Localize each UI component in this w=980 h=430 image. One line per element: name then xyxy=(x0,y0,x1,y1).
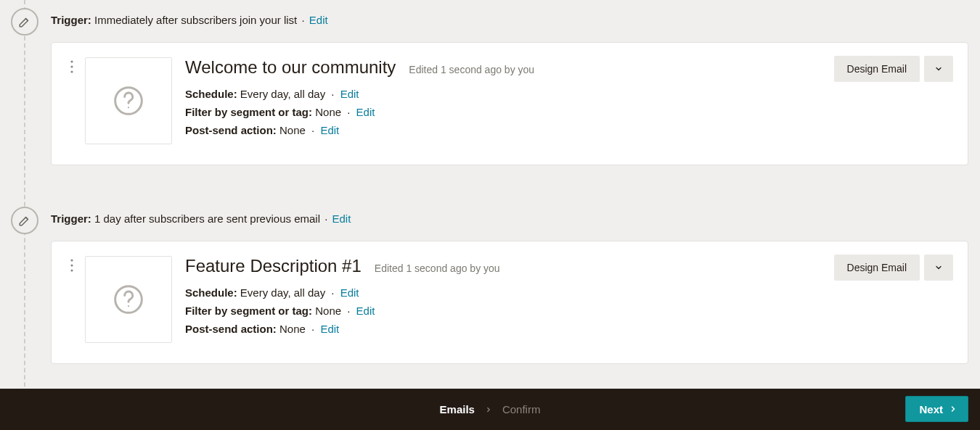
separator: · xyxy=(301,14,304,26)
breadcrumb: Emails Confirm xyxy=(440,403,541,415)
crumb-confirm[interactable]: Confirm xyxy=(502,403,541,415)
schedule-label: Schedule: xyxy=(185,286,237,299)
chevron-right-icon xyxy=(485,406,492,413)
edit-meta: Edited 1 second ago by you xyxy=(375,262,500,274)
email-card: Welcome to our community Edited 1 second… xyxy=(51,42,968,165)
trigger-line: Trigger: 1 day after subscribers are sen… xyxy=(51,209,968,225)
card-actions: Design Email xyxy=(834,56,953,82)
separator: · xyxy=(331,88,334,100)
post-send-edit-link[interactable]: Edit xyxy=(320,124,339,136)
svg-point-7 xyxy=(70,269,73,271)
svg-point-1 xyxy=(70,65,73,67)
pencil-icon xyxy=(18,214,31,227)
separator: · xyxy=(324,212,327,225)
next-button[interactable]: Next xyxy=(905,396,968,422)
email-title: Welcome to our community xyxy=(185,57,396,78)
svg-point-5 xyxy=(70,259,73,261)
filter-label: Filter by segment or tag: xyxy=(185,305,312,317)
chevron-right-icon xyxy=(949,405,957,413)
card-kebab-menu[interactable] xyxy=(63,256,81,272)
chevron-down-icon xyxy=(934,65,943,73)
next-label: Next xyxy=(919,403,943,415)
post-send-label: Post-send action: xyxy=(185,124,277,136)
svg-point-4 xyxy=(128,107,129,108)
svg-point-9 xyxy=(128,305,129,307)
post-send-label: Post-send action: xyxy=(185,323,277,335)
email-card: Feature Description #1 Edited 1 second a… xyxy=(51,241,968,364)
design-email-more-button[interactable] xyxy=(924,255,953,281)
post-send-value: None xyxy=(279,124,306,136)
design-email-button[interactable]: Design Email xyxy=(834,56,920,82)
filter-row: Filter by segment or tag: None · Edit xyxy=(185,106,950,118)
schedule-edit-link[interactable]: Edit xyxy=(340,88,359,100)
email-title: Feature Description #1 xyxy=(185,256,362,276)
automation-step: Trigger: Immediately after subscribers j… xyxy=(51,10,968,165)
trigger-edit-link[interactable]: Edit xyxy=(332,212,351,225)
question-icon xyxy=(113,85,144,117)
filter-value: None xyxy=(315,305,341,317)
email-thumbnail xyxy=(85,256,172,343)
filter-label: Filter by segment or tag: xyxy=(185,106,312,118)
filter-edit-link[interactable]: Edit xyxy=(356,106,375,118)
schedule-row: Schedule: Every day, all day · Edit xyxy=(185,286,950,299)
automation-step: Trigger: 1 day after subscribers are sen… xyxy=(51,209,968,364)
trigger-edit-link[interactable]: Edit xyxy=(309,14,328,26)
schedule-value: Every day, all day xyxy=(240,286,325,299)
edit-step-node[interactable] xyxy=(11,207,38,234)
filter-edit-link[interactable]: Edit xyxy=(356,305,375,317)
schedule-row: Schedule: Every day, all day · Edit xyxy=(185,88,950,100)
svg-point-0 xyxy=(70,60,73,62)
chevron-down-icon xyxy=(934,263,943,272)
card-kebab-menu[interactable] xyxy=(63,57,81,73)
filter-row: Filter by segment or tag: None · Edit xyxy=(185,305,950,317)
trigger-line: Trigger: Immediately after subscribers j… xyxy=(51,10,968,26)
trigger-text: 1 day after subscribers are sent previou… xyxy=(94,212,320,225)
trigger-label: Trigger: xyxy=(51,14,91,26)
dots-vertical-icon xyxy=(70,60,73,73)
trigger-label: Trigger: xyxy=(51,212,91,225)
trigger-text: Immediately after subscribers join your … xyxy=(94,14,297,26)
schedule-value: Every day, all day xyxy=(240,88,325,100)
automation-content: Trigger: Immediately after subscribers j… xyxy=(0,0,980,364)
svg-point-6 xyxy=(70,264,73,266)
post-send-row: Post-send action: None · Edit xyxy=(185,124,950,136)
crumb-emails[interactable]: Emails xyxy=(440,403,475,415)
dots-vertical-icon xyxy=(70,259,73,272)
schedule-label: Schedule: xyxy=(185,88,237,100)
separator: · xyxy=(311,124,314,136)
pencil-icon xyxy=(18,15,31,28)
separator: · xyxy=(347,106,350,118)
filter-value: None xyxy=(315,106,341,118)
footer-bar: Emails Confirm Next xyxy=(0,389,980,430)
design-email-more-button[interactable] xyxy=(924,56,953,82)
svg-point-2 xyxy=(70,70,73,73)
post-send-edit-link[interactable]: Edit xyxy=(320,323,339,335)
design-email-button[interactable]: Design Email xyxy=(834,255,920,281)
question-icon xyxy=(113,284,144,315)
card-actions: Design Email xyxy=(834,255,953,281)
separator: · xyxy=(331,286,334,299)
edit-step-node[interactable] xyxy=(11,8,38,36)
post-send-value: None xyxy=(279,323,306,335)
post-send-row: Post-send action: None · Edit xyxy=(185,323,950,335)
email-thumbnail xyxy=(85,57,172,144)
schedule-edit-link[interactable]: Edit xyxy=(340,286,359,299)
edit-meta: Edited 1 second ago by you xyxy=(409,64,534,75)
separator: · xyxy=(347,305,350,317)
separator: · xyxy=(311,323,314,335)
